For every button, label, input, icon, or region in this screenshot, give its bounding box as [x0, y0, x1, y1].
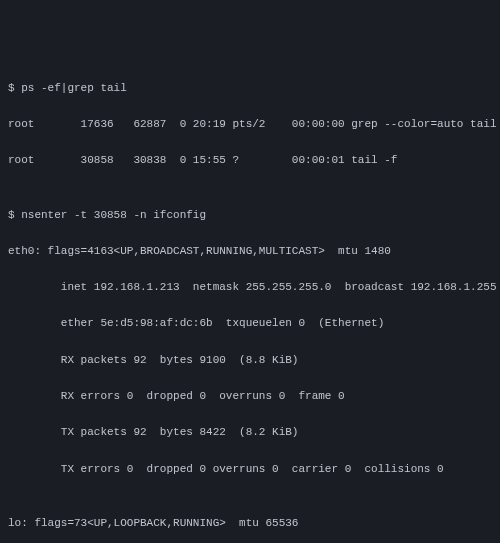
iface-eth0-tx-packets: TX packets 92 bytes 8422 (8.2 KiB) [8, 423, 492, 441]
iface-eth0-rx-packets: RX packets 92 bytes 9100 (8.8 KiB) [8, 351, 492, 369]
ps-output-row: root 30858 30838 0 15:55 ? 00:00:01 tail… [8, 151, 492, 169]
command-nsenter-ifconfig: $ nsenter -t 30858 -n ifconfig [8, 206, 492, 224]
iface-eth0-inet: inet 192.168.1.213 netmask 255.255.255.0… [8, 278, 492, 296]
ps-output-row: root 17636 62887 0 20:19 pts/2 00:00:00 … [8, 115, 492, 133]
iface-eth0-header: eth0: flags=4163<UP,BROADCAST,RUNNING,MU… [8, 242, 492, 260]
iface-eth0-rx-errors: RX errors 0 dropped 0 overruns 0 frame 0 [8, 387, 492, 405]
iface-lo-header: lo: flags=73<UP,LOOPBACK,RUNNING> mtu 65… [8, 514, 492, 532]
command-ps-grep: $ ps -ef|grep tail [8, 79, 492, 97]
iface-eth0-ether: ether 5e:d5:98:af:dc:6b txqueuelen 0 (Et… [8, 314, 492, 332]
iface-eth0-tx-errors: TX errors 0 dropped 0 overruns 0 carrier… [8, 460, 492, 478]
